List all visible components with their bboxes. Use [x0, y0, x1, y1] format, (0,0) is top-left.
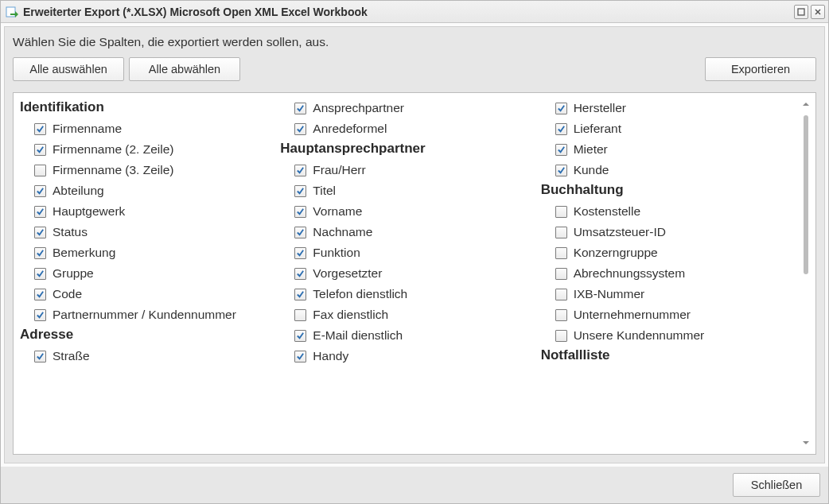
checkbox-row[interactable]: Fax dienstlich: [280, 304, 527, 325]
checkbox-row[interactable]: Handy: [280, 346, 527, 366]
checkbox[interactable]: [555, 247, 567, 259]
checkbox-row[interactable]: Firmenname (3. Zeile): [20, 160, 267, 180]
select-all-button[interactable]: Alle auswählen: [13, 57, 124, 81]
checkbox-label: Vorname: [313, 204, 362, 219]
checkbox-row[interactable]: Telefon dienstlich: [280, 284, 527, 304]
checkbox[interactable]: [294, 330, 306, 342]
checkbox-row[interactable]: Umsatzsteuer-ID: [541, 222, 788, 242]
checkbox-row[interactable]: Hersteller: [541, 98, 788, 118]
checkbox-row[interactable]: Lieferant: [541, 118, 788, 139]
toolbar: Alle auswählen Alle abwählen Exportieren: [5, 54, 824, 87]
checkbox-label: Anredeformel: [313, 122, 387, 136]
close-dialog-button[interactable]: Schließen: [733, 473, 820, 497]
checkbox[interactable]: [34, 289, 46, 300]
checkbox[interactable]: [34, 351, 46, 362]
checkbox-label: Unsere Kundennummer: [574, 328, 705, 343]
checkbox-label: Partnernummer / Kundennummer: [53, 308, 236, 322]
checkbox[interactable]: [34, 123, 46, 135]
scroll-thumb[interactable]: [804, 115, 808, 274]
section-heading: Notfallliste: [541, 346, 788, 366]
checkbox[interactable]: [294, 227, 306, 238]
checkbox-label: Unternehmernummer: [574, 308, 691, 322]
checkbox[interactable]: [555, 165, 567, 176]
checkbox[interactable]: [34, 309, 46, 321]
checkbox[interactable]: [34, 185, 46, 197]
export-button[interactable]: Exportieren: [705, 57, 816, 81]
checkbox[interactable]: [294, 123, 306, 135]
checkbox-row[interactable]: Status: [20, 222, 267, 242]
checkbox[interactable]: [555, 289, 567, 300]
checkbox-row[interactable]: Firmenname (2. Zeile): [20, 139, 267, 160]
maximize-button[interactable]: [794, 5, 808, 19]
checkbox[interactable]: [34, 165, 46, 176]
checkbox-row[interactable]: Straße: [20, 346, 267, 366]
checkbox[interactable]: [34, 227, 46, 238]
checkbox-row[interactable]: IXB-Nummer: [541, 284, 788, 304]
checkbox[interactable]: [294, 351, 306, 362]
checkbox-label: E-Mail dienstlich: [313, 328, 403, 343]
checkbox[interactable]: [294, 247, 306, 259]
checkbox-label: Abrechnungssystem: [574, 266, 685, 281]
column: AnsprechpartnerAnredeformelHauptansprech…: [274, 98, 534, 452]
checkbox[interactable]: [555, 268, 567, 280]
checkbox-row[interactable]: Abteilung: [20, 180, 267, 201]
checkbox-row[interactable]: E-Mail dienstlich: [280, 325, 527, 346]
checkbox[interactable]: [34, 144, 46, 156]
scrollbar[interactable]: [800, 98, 812, 449]
checkbox[interactable]: [555, 144, 567, 156]
checkbox-row[interactable]: Firmenname: [20, 118, 267, 139]
checkbox-row[interactable]: Ansprechpartner: [280, 98, 527, 118]
checkbox-label: Abteilung: [53, 184, 104, 198]
checkbox[interactable]: [294, 206, 306, 218]
checkbox-row[interactable]: Konzerngruppe: [541, 242, 788, 263]
column: IdentifikationFirmennameFirmenname (2. Z…: [14, 98, 274, 452]
checkbox-row[interactable]: Hauptgewerk: [20, 201, 267, 222]
checkbox[interactable]: [555, 309, 567, 321]
checkbox-row[interactable]: Mieter: [541, 139, 788, 160]
checkbox[interactable]: [34, 268, 46, 280]
checkbox-row[interactable]: Vorgesetzter: [280, 263, 527, 284]
close-button[interactable]: [811, 5, 825, 19]
checkbox-row[interactable]: Bemerkung: [20, 242, 267, 263]
checkbox-row[interactable]: Kostenstelle: [541, 201, 788, 222]
checkbox[interactable]: [294, 185, 306, 197]
checkbox-row[interactable]: Funktion: [280, 242, 527, 263]
checkbox-row[interactable]: Partnernummer / Kundennummer: [20, 304, 267, 325]
deselect-all-button[interactable]: Alle abwählen: [129, 57, 240, 81]
checkbox[interactable]: [294, 289, 306, 300]
svg-rect-0: [6, 7, 15, 17]
checkbox-row[interactable]: Unternehmernummer: [541, 304, 788, 325]
checkbox-row[interactable]: Abrechnungssystem: [541, 263, 788, 284]
checkbox-label: Konzerngruppe: [574, 246, 658, 260]
checkbox-label: Firmenname (3. Zeile): [53, 163, 173, 177]
checkbox[interactable]: [294, 165, 306, 176]
dialog-body: Wählen Sie die Spalten, die exportiert w…: [4, 26, 825, 463]
column-selector: IdentifikationFirmennameFirmenname (2. Z…: [13, 92, 816, 455]
checkbox[interactable]: [555, 227, 567, 238]
scroll-up-icon[interactable]: [800, 98, 812, 110]
checkbox-row[interactable]: Vorname: [280, 201, 527, 222]
checkbox-label: Straße: [53, 349, 90, 363]
section-heading: Identifikation: [20, 98, 267, 118]
checkbox[interactable]: [555, 103, 567, 114]
checkbox[interactable]: [555, 330, 567, 342]
checkbox-row[interactable]: Kunde: [541, 160, 788, 180]
checkbox[interactable]: [555, 206, 567, 218]
checkbox-row[interactable]: Unsere Kundennummer: [541, 325, 788, 346]
checkbox[interactable]: [294, 103, 306, 114]
titlebar: Erweiterter Export (*.XLSX) Microsoft Op…: [1, 1, 828, 23]
checkbox-row[interactable]: Frau/Herr: [280, 160, 527, 180]
checkbox[interactable]: [294, 268, 306, 280]
checkbox-row[interactable]: Titel: [280, 180, 527, 201]
scroll-down-icon[interactable]: [800, 436, 812, 449]
checkbox[interactable]: [34, 206, 46, 218]
checkbox-label: Nachname: [313, 225, 372, 239]
checkbox-row[interactable]: Nachname: [280, 222, 527, 242]
checkbox[interactable]: [34, 247, 46, 259]
checkbox[interactable]: [555, 123, 567, 135]
checkbox[interactable]: [294, 309, 306, 321]
checkbox-row[interactable]: Anredeformel: [280, 118, 527, 139]
checkbox-row[interactable]: Code: [20, 284, 267, 304]
checkbox-label: Hersteller: [574, 101, 626, 115]
checkbox-row[interactable]: Gruppe: [20, 263, 267, 284]
